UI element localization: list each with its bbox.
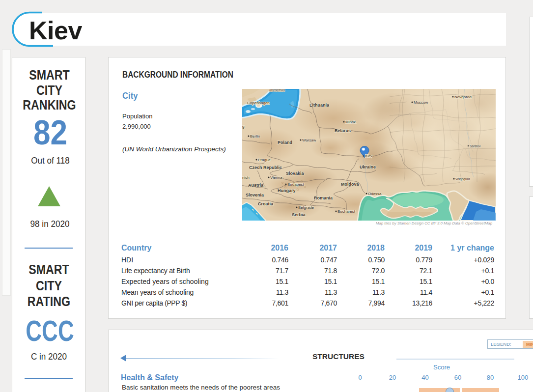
svg-text:Kiev: Kiev <box>365 154 373 158</box>
svg-text:Poland: Poland <box>278 140 292 145</box>
svg-text:Copenhagen: Copenhagen <box>247 101 270 105</box>
svg-text:nich: nich <box>242 175 250 180</box>
svg-text:Novgorod: Novgorod <box>454 95 472 99</box>
svg-text:Moldova: Moldova <box>341 182 359 187</box>
svg-text:Hungary: Hungary <box>278 188 296 193</box>
svg-text:Serbia: Serbia <box>292 212 306 217</box>
svg-text:Saratov: Saratov <box>470 144 481 148</box>
svg-text:Austria: Austria <box>248 183 264 188</box>
svg-text:Prague: Prague <box>258 158 271 162</box>
svg-text:Lithuania: Lithuania <box>309 103 330 108</box>
svg-text:Croatia: Croatia <box>258 201 274 206</box>
svg-text:Moscow: Moscow <box>414 100 428 105</box>
svg-text:Romania: Romania <box>314 196 333 200</box>
svg-text:Volgograd: Volgograd <box>455 177 470 181</box>
svg-text:Warsaw: Warsaw <box>302 138 316 142</box>
svg-text:Minsk: Minsk <box>345 120 356 124</box>
svg-text:g: g <box>242 124 244 129</box>
svg-text:Slovakia: Slovakia <box>286 171 305 176</box>
svg-text:Berlin: Berlin <box>250 134 260 139</box>
svg-text:Vienna: Vienna <box>270 175 282 180</box>
svg-text:Ukraine: Ukraine <box>360 165 376 169</box>
svg-text:Belarus: Belarus <box>335 128 351 133</box>
svg-text:Odessa: Odessa <box>368 192 382 196</box>
svg-text:Budapest: Budapest <box>287 182 305 187</box>
svg-text:abcdefhiid: abcdefhiid <box>269 89 285 92</box>
svg-text:Czech Republic: Czech Republic <box>249 165 282 170</box>
svg-text:Bucharest: Bucharest <box>337 209 356 214</box>
svg-text:Slovenia: Slovenia <box>246 193 264 197</box>
svg-text:Belgrade: Belgrade <box>298 205 314 210</box>
